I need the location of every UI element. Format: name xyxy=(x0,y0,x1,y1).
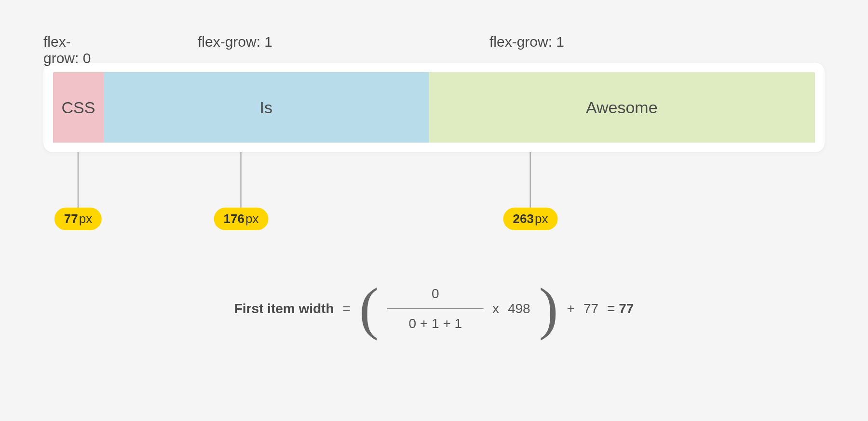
flex-item-is: Is xyxy=(104,72,429,143)
flex-item-awesome: Awesome xyxy=(429,72,815,143)
measure-line-icon xyxy=(241,152,242,208)
label-item-1: flex-grow: 0 xyxy=(43,34,94,66)
label-item-3: flex-grow: 1 xyxy=(489,34,564,50)
result: = 77 xyxy=(607,301,634,316)
flex-grow-labels: flex-grow: 0 flex-grow: 1 flex-grow: 1 xyxy=(43,34,825,53)
flex-item-css: CSS xyxy=(53,72,104,143)
measurement-1: 77 px xyxy=(54,152,102,230)
measure-pill-3: 263 px xyxy=(503,208,558,230)
remaining-space: 498 xyxy=(508,301,530,316)
measurements-row: 77 px 176 px 263 px xyxy=(43,152,825,239)
times-sign: x xyxy=(492,301,499,316)
measure-unit-3: px xyxy=(535,211,548,226)
flex-container: CSS Is Awesome xyxy=(43,63,825,152)
measure-line-icon xyxy=(78,152,79,208)
measure-line-icon xyxy=(530,152,531,208)
equals-sign: = xyxy=(343,301,351,316)
measure-pill-1: 77 px xyxy=(54,208,102,230)
plus-sign: + xyxy=(567,301,575,316)
measure-unit-2: px xyxy=(245,211,258,226)
measurement-2: 176 px xyxy=(214,152,269,230)
formula-label: First item width xyxy=(234,301,334,316)
fraction-bar-icon xyxy=(387,308,484,309)
numerator: 0 xyxy=(412,284,459,303)
formula: First item width = ( 0 0 + 1 + 1 x 498 )… xyxy=(234,284,634,333)
basis-value: 77 xyxy=(583,301,598,316)
measure-unit-1: px xyxy=(79,211,92,226)
measurement-3: 263 px xyxy=(503,152,558,230)
fraction: 0 0 + 1 + 1 xyxy=(387,284,484,333)
measure-value-2: 176 xyxy=(224,211,244,226)
label-item-2: flex-grow: 1 xyxy=(198,34,272,50)
measure-pill-2: 176 px xyxy=(214,208,269,230)
denominator: 0 + 1 + 1 xyxy=(390,314,482,333)
open-paren-icon: ( xyxy=(359,286,379,332)
close-paren-icon: ) xyxy=(539,286,558,332)
measure-value-1: 77 xyxy=(64,211,78,226)
measure-value-3: 263 xyxy=(513,211,534,226)
